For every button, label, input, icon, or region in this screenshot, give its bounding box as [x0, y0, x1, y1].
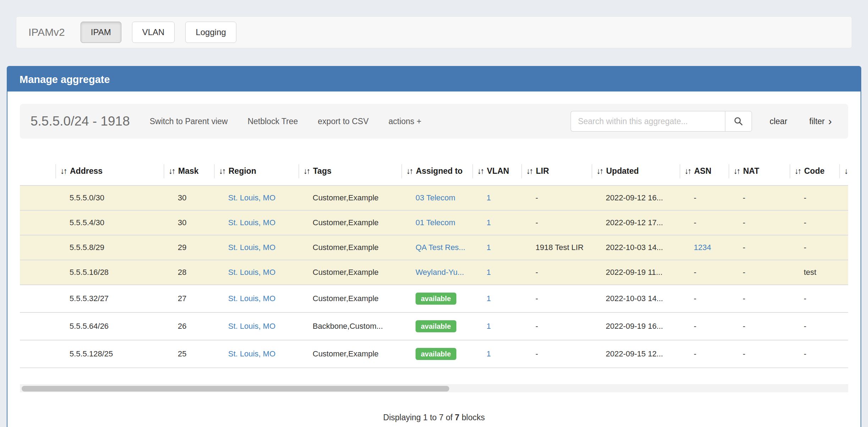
chevron-right-icon: ›: [828, 116, 832, 127]
cell-asn: -: [680, 210, 729, 235]
column-header-mask[interactable]: ↓↑Mask: [164, 161, 214, 185]
sort-icon: ↓↑: [219, 166, 225, 176]
vlan-link[interactable]: 1: [487, 193, 491, 202]
cell-mask: 28: [164, 260, 214, 285]
cell-nat: -: [729, 235, 790, 260]
cell-code: -: [790, 312, 839, 340]
table-row: 5.5.5.128/2525St. Louis, MOCustomer,Exam…: [20, 340, 848, 368]
column-header-address[interactable]: ↓↑Address: [55, 161, 164, 185]
region-link[interactable]: St. Louis, MO: [228, 193, 275, 202]
cell-asn: -: [680, 285, 729, 312]
column-header-extra[interactable]: ↓↑: [839, 161, 848, 185]
cell-code: -: [790, 210, 839, 235]
cell-address: 5.5.5.8/29: [55, 235, 164, 260]
cell-updated: 2022-09-19 11...: [592, 260, 680, 285]
vlan-link[interactable]: 1: [487, 243, 491, 252]
column-header-lir[interactable]: ↓↑LIR: [521, 161, 592, 185]
search-button[interactable]: [725, 111, 752, 132]
vlan-link[interactable]: 1: [487, 294, 491, 303]
region-link[interactable]: St. Louis, MO: [228, 322, 275, 331]
cell-assigned-to: Weyland-Yu...: [401, 260, 472, 285]
table-row: 5.5.5.16/2828St. Louis, MOCustomer,Examp…: [20, 260, 848, 285]
header-row: ↓↑Address↓↑Mask↓↑Region↓↑Tags↓↑Assigned …: [20, 161, 848, 185]
clear-search-link[interactable]: clear: [770, 117, 787, 126]
assigned-to-link[interactable]: 03 Telecom: [416, 193, 455, 202]
region-link[interactable]: St. Louis, MO: [228, 243, 275, 252]
sort-icon: ↓↑: [526, 166, 532, 176]
tab-vlan[interactable]: VLAN: [132, 22, 175, 43]
filter-link[interactable]: filter ›: [809, 116, 832, 127]
assigned-to-link[interactable]: QA Test Res...: [416, 243, 465, 252]
cell-mask: 30: [164, 185, 214, 210]
column-header-asn[interactable]: ↓↑ASN: [680, 161, 729, 185]
search-input[interactable]: [571, 111, 725, 132]
blocks-table-container: ↓↑Address↓↑Mask↓↑Region↓↑Tags↓↑Assigned …: [20, 161, 848, 368]
cell-updated: 2022-09-12 17...: [592, 210, 680, 235]
cell-tags: Customer,Example: [298, 235, 401, 260]
cell-address: 5.5.5.4/30: [55, 210, 164, 235]
cell-extra: [839, 285, 848, 312]
horizontal-scrollbar[interactable]: [20, 384, 848, 392]
netblock-tree-link[interactable]: Netblock Tree: [248, 117, 298, 126]
region-link[interactable]: St. Louis, MO: [228, 294, 275, 303]
region-link[interactable]: St. Louis, MO: [228, 218, 275, 227]
vlan-link[interactable]: 1: [487, 218, 491, 227]
column-header-region[interactable]: ↓↑Region: [214, 161, 298, 185]
cell-mask: 29: [164, 235, 214, 260]
cell-nat: -: [729, 185, 790, 210]
cell-lir: -: [521, 210, 592, 235]
column-header-assigned[interactable]: ↓↑Assigned to: [401, 161, 472, 185]
assigned-to-link[interactable]: Weyland-Yu...: [416, 268, 464, 277]
cell-extra: [839, 340, 848, 368]
cell-code: -: [790, 340, 839, 368]
cell-vlan: 1: [472, 285, 521, 312]
cell-code: -: [790, 235, 839, 260]
cell-nat: -: [729, 312, 790, 340]
cell-updated: 2022-10-03 14...: [592, 285, 680, 312]
column-header-nat[interactable]: ↓↑NAT: [729, 161, 790, 185]
sort-icon: ↓↑: [844, 166, 848, 176]
export-csv-link[interactable]: export to CSV: [318, 117, 369, 126]
tab-ipam[interactable]: IPAM: [81, 22, 121, 43]
switch-parent-view-link[interactable]: Switch to Parent view: [150, 117, 228, 126]
vlan-link[interactable]: 1: [487, 322, 491, 331]
cell-tags: Customer,Example: [298, 260, 401, 285]
cell-asn: -: [680, 185, 729, 210]
cell-assigned-to: 03 Telecom: [401, 185, 472, 210]
column-header-vlan[interactable]: ↓↑VLAN: [472, 161, 521, 185]
column-header-updated[interactable]: ↓↑Updated: [592, 161, 680, 185]
region-link[interactable]: St. Louis, MO: [228, 268, 275, 277]
cell-region: St. Louis, MO: [214, 312, 298, 340]
cell-spacer: [20, 210, 55, 235]
table-row: 5.5.5.0/3030St. Louis, MOCustomer,Exampl…: [20, 185, 848, 210]
cell-vlan: 1: [472, 260, 521, 285]
tab-logging[interactable]: Logging: [185, 22, 236, 43]
cell-tags: Customer,Example: [298, 185, 401, 210]
cell-spacer: [20, 285, 55, 312]
pagination-total: 7: [455, 413, 460, 422]
column-header-code[interactable]: ↓↑Code: [790, 161, 839, 185]
column-header-tags[interactable]: ↓↑Tags: [298, 161, 401, 185]
cell-asn: 1234: [680, 235, 729, 260]
cell-address: 5.5.5.16/28: [55, 260, 164, 285]
panel-title: Manage aggregate: [7, 67, 861, 92]
cell-region: St. Louis, MO: [214, 235, 298, 260]
asn-link[interactable]: 1234: [694, 243, 711, 252]
cell-tags: Backbone,Custom...: [298, 312, 401, 340]
cell-mask: 26: [164, 312, 214, 340]
vlan-link[interactable]: 1: [487, 349, 491, 358]
cell-assigned-to: available: [401, 312, 472, 340]
sort-icon: ↓↑: [795, 166, 801, 176]
actions-menu[interactable]: actions +: [389, 117, 422, 126]
available-badge: available: [416, 320, 456, 332]
cell-vlan: 1: [472, 235, 521, 260]
region-link[interactable]: St. Louis, MO: [228, 349, 275, 358]
cell-vlan: 1: [472, 340, 521, 368]
vlan-link[interactable]: 1: [487, 268, 491, 277]
cell-nat: -: [729, 340, 790, 368]
cell-spacer: [20, 340, 55, 368]
cell-nat: -: [729, 260, 790, 285]
manage-aggregate-panel: Manage aggregate 5.5.5.0/24 - 1918 Switc…: [7, 66, 861, 427]
scrollbar-thumb[interactable]: [22, 386, 449, 392]
assigned-to-link[interactable]: 01 Telecom: [416, 218, 455, 227]
